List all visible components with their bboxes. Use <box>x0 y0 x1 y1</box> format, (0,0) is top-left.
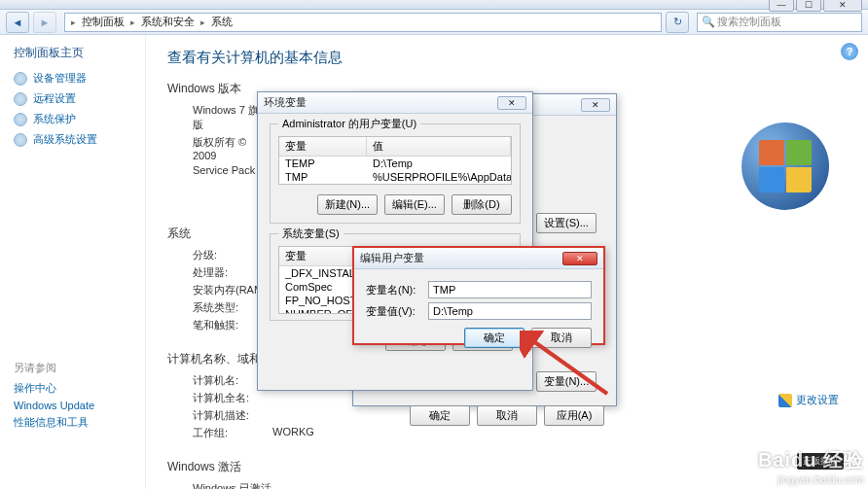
breadcrumb[interactable]: ▸ 控制面板 ▸ 系统和安全 ▸ 系统 <box>64 13 662 32</box>
dialog-title: 环境变量 <box>264 95 307 110</box>
gear-icon <box>14 113 27 126</box>
sidebar-title: 控制面板主页 <box>14 45 145 61</box>
sidebar: 控制面板主页 设备管理器 远程设置 系统保护 高级系统设置 另请参阅 操作中心 … <box>0 35 146 489</box>
variable-value-input[interactable] <box>428 302 592 320</box>
chevron-right-icon: ▸ <box>199 17 207 27</box>
apply-button[interactable]: 应用(A) <box>544 405 604 426</box>
settings-button[interactable]: 设置(S)... <box>536 213 597 233</box>
search-input[interactable]: 🔍 搜索控制面板 <box>697 13 862 32</box>
sidebar-item-protection[interactable]: 系统保护 <box>14 112 145 126</box>
dialog-titlebar[interactable]: 环境变量 ✕ <box>258 92 532 114</box>
page-title: 查看有关计算机的基本信息 <box>167 49 847 67</box>
chevron-right-icon: ▸ <box>128 17 137 27</box>
dialog-title: 编辑用户变量 <box>360 251 424 265</box>
col-variable: 变量 <box>279 137 367 156</box>
help-icon[interactable]: ? <box>841 43 858 60</box>
sidebar-link-action-center[interactable]: 操作中心 <box>14 381 145 396</box>
change-settings-link[interactable]: 更改设置 <box>778 393 839 407</box>
gear-icon <box>14 72 27 86</box>
sidebar-link-performance[interactable]: 性能信息和工具 <box>14 415 145 430</box>
window-minimize-button[interactable]: — <box>769 0 794 12</box>
group-title: 系统变量(S) <box>278 227 344 241</box>
window-titlebar: — ☐ ✕ <box>0 0 868 10</box>
env-variables-button[interactable]: 变量(N)... <box>536 371 597 392</box>
label-description: 计算机描述: <box>167 408 272 423</box>
address-bar: ◄ ► ▸ 控制面板 ▸ 系统和安全 ▸ 系统 ↻ 🔍 搜索控制面板 <box>0 10 868 35</box>
dialog-titlebar[interactable]: 编辑用户变量 ✕ <box>354 248 603 269</box>
group-title: Administrator 的用户变量(U) <box>278 117 420 131</box>
ok-button[interactable]: 确定 <box>410 405 470 426</box>
window-close-button[interactable]: ✕ <box>823 0 862 12</box>
variable-value-label: 变量值(V): <box>366 304 428 319</box>
cancel-button[interactable]: 取消 <box>477 405 537 426</box>
table-row[interactable]: TMP%USERPROFILE%\AppData\Local\Temp <box>279 170 511 184</box>
col-value: 值 <box>367 137 511 156</box>
new-button[interactable]: 新建(N)... <box>317 194 378 215</box>
cancel-button[interactable]: 取消 <box>531 328 592 348</box>
gear-icon <box>14 92 27 106</box>
gear-icon <box>14 133 27 147</box>
value-workgroup: WORKG <box>272 426 314 440</box>
breadcrumb-seg[interactable]: 控制面板 <box>78 15 128 29</box>
section-activation: Windows 激活 <box>167 459 847 475</box>
variable-name-input[interactable] <box>428 281 592 298</box>
breadcrumb-seg[interactable]: 系统 <box>207 15 236 29</box>
windows-logo-icon <box>741 122 829 210</box>
edit-user-variable-dialog: 编辑用户变量 ✕ 变量名(N): 变量值(V): 确定 取消 <box>352 246 605 345</box>
activation-status: Windows 已激活 <box>167 481 272 489</box>
close-icon[interactable]: ✕ <box>497 96 526 110</box>
search-placeholder: 搜索控制面板 <box>717 15 781 29</box>
sidebar-item-remote[interactable]: 远程设置 <box>14 91 145 106</box>
ok-button[interactable]: 确定 <box>464 328 524 348</box>
breadcrumb-root-icon: ▸ <box>69 17 78 27</box>
sidebar-link-windows-update[interactable]: Windows Update <box>14 400 145 411</box>
edit-button[interactable]: 编辑(E)... <box>384 194 445 215</box>
sidebar-item-device-manager[interactable]: 设备管理器 <box>14 71 145 86</box>
refresh-button[interactable]: ↻ <box>666 12 689 33</box>
nav-back-button[interactable]: ◄ <box>6 12 29 33</box>
table-row[interactable]: TEMPD:\Temp <box>279 157 511 170</box>
breadcrumb-seg[interactable]: 系统和安全 <box>137 15 199 29</box>
user-variables-table[interactable]: 变量值 TEMPD:\Temp TMP%USERPROFILE%\AppData… <box>278 136 512 185</box>
delete-button[interactable]: 删除(D) <box>452 194 512 215</box>
window-maximize-button[interactable]: ☐ <box>796 0 821 12</box>
baidu-watermark: Baidu 经验 jingyan.baidu.com <box>758 447 864 485</box>
user-variables-group: Administrator 的用户变量(U) 变量值 TEMPD:\Temp T… <box>270 123 521 224</box>
sidebar-item-advanced[interactable]: 高级系统设置 <box>14 132 145 147</box>
nav-forward-button[interactable]: ► <box>33 12 56 33</box>
sidebar-seealso-heading: 另请参阅 <box>14 361 145 375</box>
label-full-name: 计算机全名: <box>167 391 272 405</box>
close-icon[interactable]: ✕ <box>562 252 597 265</box>
variable-name-label: 变量名(N): <box>366 283 428 297</box>
label-workgroup: 工作组: <box>167 426 272 440</box>
close-icon[interactable]: ✕ <box>581 98 610 112</box>
search-icon: 🔍 <box>702 16 715 28</box>
shield-icon <box>778 394 792 407</box>
